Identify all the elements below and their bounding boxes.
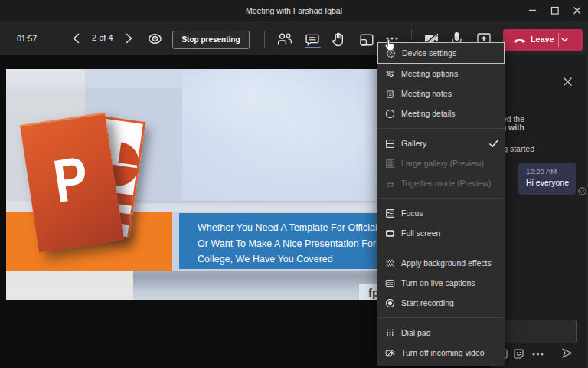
svg-text:CC: CC (387, 281, 394, 285)
